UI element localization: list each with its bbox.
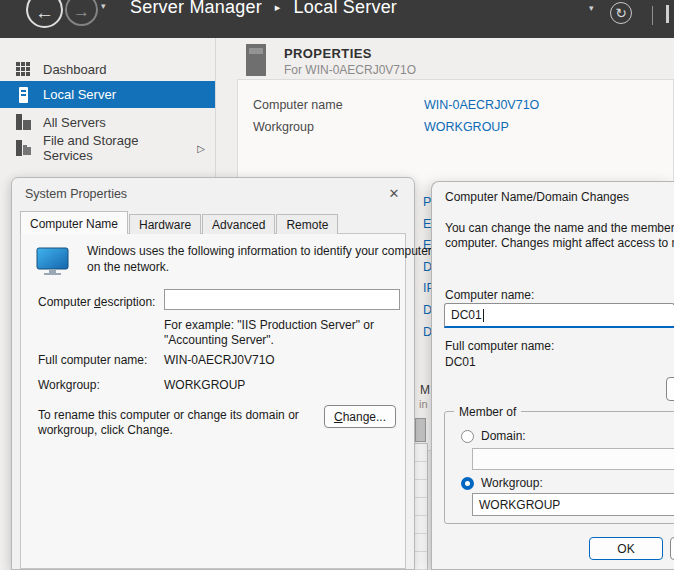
cancel-button-partial[interactable]	[670, 537, 674, 560]
breadcrumb-chevron-icon: ▸	[275, 1, 281, 14]
full-computer-name-value: WIN-0AECRJ0V71O	[164, 353, 275, 367]
manage-dropdown-caret-icon[interactable]: ▾	[589, 3, 594, 13]
file-storage-icon	[16, 140, 31, 156]
more-button[interactable]	[666, 377, 674, 401]
background-text-fragment: in	[419, 398, 428, 410]
sidebar-item-label: Local Server	[43, 87, 116, 102]
rename-hint-text: workgroup, click Change.	[38, 423, 173, 437]
intro-text: on the network.	[87, 260, 169, 274]
notifications-flag-icon[interactable]	[666, 5, 669, 23]
full-computer-name-value: DC01	[445, 355, 476, 369]
submenu-arrow-icon[interactable]: ▷	[197, 143, 205, 154]
sidebar-item-label: Dashboard	[43, 62, 107, 77]
workgroup-input[interactable]: WORKGROUP	[472, 493, 674, 516]
tab-strip: Computer Name Hardware Advanced Remote	[20, 211, 339, 234]
rename-hint-text: To rename this computer or change its do…	[38, 408, 299, 422]
monitor-icon	[36, 247, 72, 278]
servers-stack-icon	[16, 114, 31, 130]
example-text: "Accounting Server".	[164, 333, 274, 347]
background-text-fragment: M	[420, 383, 430, 397]
events-grid-partial	[413, 443, 428, 570]
computer-name-input[interactable]: DC01	[444, 303, 674, 328]
sidebar-item-local-server[interactable]: Local Server	[0, 81, 215, 108]
ok-button[interactable]: OK	[589, 537, 663, 560]
computer-description-input[interactable]	[164, 289, 400, 310]
titlebar: ← → ▾ Server Manager ▸ Local Server ▾ ↻	[0, 0, 674, 38]
member-of-groupbox: Member of Domain: Workgroup: WORKGROUP	[444, 411, 674, 524]
properties-server-icon	[246, 44, 266, 76]
example-text: For example: "IIS Production Server" or	[164, 318, 374, 332]
dashboard-icon	[16, 61, 31, 77]
property-row: Workgroup WORKGROUP	[253, 120, 314, 134]
refresh-button[interactable]: ↻	[610, 2, 632, 24]
domain-input[interactable]	[472, 448, 674, 470]
full-computer-name-label: Full computer name:	[445, 339, 554, 353]
computer-name-link[interactable]: WIN-0AECRJ0V71O	[424, 98, 539, 112]
breadcrumb: Server Manager ▸ Local Server	[130, 0, 397, 18]
nav-dropdown-caret-icon[interactable]: ▾	[101, 1, 106, 11]
member-of-label: Member of	[454, 405, 521, 419]
server-manager-window: ← → ▾ Server Manager ▸ Local Server ▾ ↻ …	[0, 0, 674, 570]
tab-advanced[interactable]: Advanced	[202, 214, 275, 234]
intro-text: Windows uses the following information t…	[87, 244, 432, 258]
sidebar-item-all-servers[interactable]: All Servers	[0, 110, 215, 134]
properties-subtitle: For WIN-0AECRJ0V71O	[284, 63, 416, 77]
workgroup-radio[interactable]	[461, 477, 474, 490]
dialog-body-text: You can change the name and the membersh…	[445, 221, 674, 235]
workgroup-value: WORKGROUP	[164, 378, 245, 392]
property-row: Computer name WIN-0AECRJ0V71O	[253, 98, 343, 112]
tab-page-computer-name: Windows uses the following information t…	[20, 233, 406, 569]
refresh-icon: ↻	[615, 5, 627, 21]
scrollbar-thumb[interactable]	[415, 418, 426, 442]
back-button[interactable]: ←	[26, 0, 63, 28]
domain-radio[interactable]	[461, 430, 474, 443]
domain-radio-label: Domain:	[481, 429, 526, 443]
system-properties-dialog: System Properties ✕ Computer Name Hardwa…	[11, 177, 415, 570]
computer-description-label: Computer description:	[38, 295, 155, 309]
forward-arrow-icon: →	[73, 2, 90, 22]
sidebar-item-file-storage-services[interactable]: File and Storage Services ▷	[0, 136, 215, 160]
computer-name-label: Computer name:	[445, 288, 534, 302]
forward-button[interactable]: →	[65, 0, 98, 26]
titlebar-separator	[652, 6, 653, 25]
full-computer-name-label: Full computer name:	[38, 353, 147, 367]
sidebar-item-dashboard[interactable]: Dashboard	[0, 57, 215, 81]
dialog-body-text: computer. Changes might affect access to…	[445, 236, 674, 250]
workgroup-radio-label: Workgroup:	[481, 476, 543, 490]
back-arrow-icon: ←	[35, 2, 54, 24]
workgroup-link[interactable]: WORKGROUP	[424, 120, 509, 134]
breadcrumb-root[interactable]: Server Manager	[130, 0, 262, 18]
sidebar-item-label: All Servers	[43, 115, 106, 130]
server-icon	[16, 87, 31, 103]
workgroup-label: Workgroup:	[38, 378, 100, 392]
dialog-title: System Properties	[25, 187, 127, 201]
change-button[interactable]: Change...	[324, 405, 396, 428]
tab-remote[interactable]: Remote	[276, 214, 338, 234]
property-label: Workgroup	[253, 120, 314, 134]
properties-title: PROPERTIES	[284, 46, 372, 61]
tab-hardware[interactable]: Hardware	[129, 214, 201, 234]
text-cursor	[483, 309, 484, 322]
tab-computer-name[interactable]: Computer Name	[20, 211, 128, 234]
close-icon[interactable]: ✕	[383, 184, 405, 203]
property-label: Computer name	[253, 98, 343, 112]
computer-name-domain-changes-dialog: Computer Name/Domain Changes You can cha…	[431, 181, 674, 570]
dialog-title: Computer Name/Domain Changes	[445, 190, 629, 204]
breadcrumb-current[interactable]: Local Server	[294, 0, 397, 18]
sidebar-item-label: File and Storage Services	[43, 133, 185, 163]
